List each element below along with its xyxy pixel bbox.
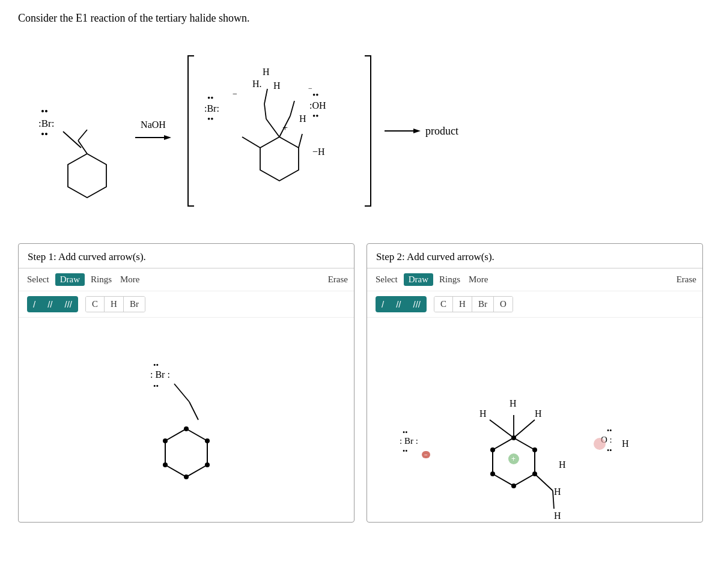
svg-text:H: H	[622, 438, 629, 449]
svg-text:••: ••	[153, 381, 159, 390]
step1-select-btn[interactable]: Select	[25, 273, 52, 286]
svg-text::Br:: :Br:	[38, 118, 54, 129]
svg-marker-32	[413, 129, 421, 133]
step2-more-btn[interactable]: More	[466, 273, 491, 286]
svg-text:−: −	[424, 452, 428, 458]
svg-marker-4	[68, 154, 106, 198]
svg-line-20	[266, 119, 279, 137]
svg-point-72	[511, 483, 516, 488]
step2-draw-btn[interactable]: Draw	[404, 273, 433, 286]
svg-text::Br:: :Br:	[204, 103, 219, 114]
step2-carbon-btn[interactable]: C	[434, 297, 453, 312]
step1-atom-btns: C H Br	[85, 296, 145, 312]
step2-single-bond-btn[interactable]: /	[376, 296, 390, 312]
svg-text:−: −	[233, 89, 237, 99]
svg-line-5	[78, 141, 87, 154]
svg-text:H: H	[299, 114, 306, 124]
step1-bromine-btn[interactable]: Br	[124, 297, 145, 312]
svg-line-25	[242, 137, 260, 148]
svg-text:••: ••	[403, 428, 407, 437]
svg-line-22	[264, 89, 267, 104]
right-bracket	[364, 44, 376, 218]
reaction-arrow-svg	[135, 133, 171, 142]
step1-more-btn[interactable]: More	[118, 273, 142, 286]
svg-point-71	[532, 471, 537, 476]
question-text: Consider the E1 reaction of the tertiary…	[18, 12, 703, 25]
step2-header: Step 2: Add curved arrow(s).	[367, 244, 702, 268]
svg-text:: Br :: : Br :	[400, 436, 418, 446]
svg-text:••: ••	[207, 114, 214, 124]
reagent-label: NaOH	[141, 120, 166, 130]
svg-text:••: ••	[607, 446, 612, 455]
step1-carbon-btn[interactable]: C	[86, 297, 105, 312]
svg-text:••: ••	[403, 447, 407, 455]
step2-bromine-btn[interactable]: Br	[472, 297, 494, 312]
step1-erase-btn[interactable]: Erase	[328, 274, 348, 285]
step2-erase-btn[interactable]: Erase	[677, 274, 696, 285]
svg-text:••: ••	[207, 93, 214, 103]
svg-text:+: +	[282, 123, 288, 133]
svg-marker-38	[165, 429, 207, 477]
svg-text:••: ••	[607, 426, 612, 435]
svg-text:H: H	[273, 80, 281, 91]
svg-text:H: H	[554, 486, 561, 497]
svg-marker-8	[164, 135, 171, 140]
svg-line-24	[290, 101, 294, 116]
step2-select-btn[interactable]: Select	[373, 273, 400, 286]
step1-bond-tools: / // ///	[27, 296, 78, 312]
left-bracket	[183, 44, 195, 218]
svg-text:••: ••	[41, 129, 48, 140]
product-label: product	[425, 125, 458, 138]
svg-line-36	[174, 384, 189, 402]
starting-material: •• :Br: ••	[30, 43, 126, 219]
svg-text:+: +	[511, 455, 516, 463]
reaction-diagram: •• :Br: •• NaOH	[18, 43, 703, 219]
svg-line-26	[299, 134, 302, 148]
svg-text:••: ••	[312, 111, 319, 121]
step2-toolbar: Select Draw Rings More Erase	[367, 268, 702, 291]
step2-drawing-area[interactable]: •• : Br : •• − H H H	[367, 318, 702, 522]
step1-rings-btn[interactable]: Rings	[88, 273, 114, 286]
step1-toolbar: Select Draw Rings More Erase	[19, 268, 354, 291]
step1-draw-btn[interactable]: Draw	[55, 273, 85, 286]
svg-point-44	[163, 438, 168, 443]
reagent-arrow: NaOH	[135, 120, 171, 142]
product-arrow-svg	[385, 126, 421, 136]
step1-bond-toolbar: / // /// C H Br	[19, 291, 354, 318]
svg-text:H: H	[479, 408, 487, 419]
svg-text:••: ••	[312, 90, 319, 100]
svg-point-40	[205, 438, 210, 443]
step1-triple-bond-btn[interactable]: ///	[59, 296, 79, 312]
step2-bond-tools: / // ///	[376, 296, 427, 312]
svg-point-39	[184, 426, 189, 431]
step2-atom-btns: C H Br O	[434, 296, 513, 312]
step1-drawing-area[interactable]: •• : Br : ••	[19, 318, 354, 516]
step1-single-bond-btn[interactable]: /	[27, 296, 41, 312]
svg-marker-19	[260, 137, 299, 181]
step2-double-bond-btn[interactable]: //	[390, 296, 407, 312]
svg-text:: Br :: : Br :	[150, 369, 170, 380]
step1-double-bond-btn[interactable]: //	[41, 296, 58, 312]
step1-molecule-svg: •• : Br : ••	[96, 327, 276, 507]
step2-rings-btn[interactable]: Rings	[437, 273, 463, 286]
svg-text:H: H	[510, 398, 517, 408]
step1-panel: Step 1: Add curved arrow(s). Select Draw…	[18, 243, 354, 523]
step1-hydrogen-btn[interactable]: H	[105, 297, 124, 312]
svg-text:H: H	[535, 408, 542, 419]
svg-line-21	[264, 104, 266, 119]
svg-text:−H: −H	[312, 147, 325, 157]
svg-line-67	[535, 474, 553, 491]
svg-text:−: −	[308, 84, 312, 92]
svg-text:H.: H.	[252, 79, 262, 89]
step2-hydrogen-btn[interactable]: H	[453, 297, 472, 312]
steps-container: Step 1: Add curved arrow(s). Select Draw…	[18, 243, 703, 523]
step1-header: Step 1: Add curved arrow(s).	[19, 244, 354, 268]
step2-panel: Step 2: Add curved arrow(s). Select Draw…	[367, 243, 703, 523]
step2-oxygen-btn[interactable]: O	[494, 297, 513, 312]
product-arrow-group: product	[385, 125, 458, 138]
svg-line-57	[514, 420, 535, 438]
step2-triple-bond-btn[interactable]: ///	[407, 296, 427, 312]
svg-text:H: H	[263, 67, 270, 77]
svg-point-43	[163, 462, 168, 467]
svg-text:••: ••	[41, 106, 48, 117]
